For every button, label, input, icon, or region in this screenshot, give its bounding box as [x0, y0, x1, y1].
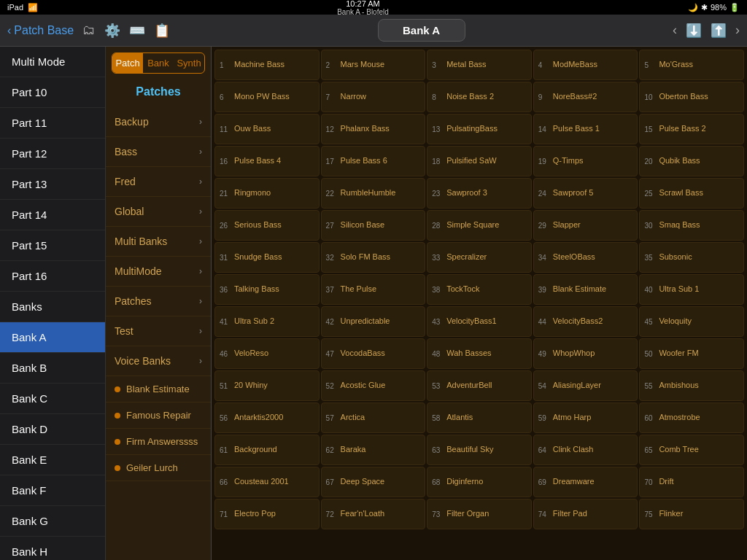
keyboard-icon[interactable]: ⌨️: [129, 23, 145, 39]
middle-item-voice-banks[interactable]: Voice Banks›: [106, 346, 211, 376]
patch-cell-58[interactable]: 58Atlantis: [427, 402, 532, 433]
patch-cell-34[interactable]: 34SteelOBass: [533, 242, 638, 273]
patch-cell-51[interactable]: 5120 Whiny: [214, 370, 320, 401]
patch-cell-19[interactable]: 19Q-Timps: [533, 146, 638, 176]
patch-cell-54[interactable]: 54AliasingLayer: [533, 370, 638, 401]
sidebar-item-multi-mode[interactable]: Multi Mode: [0, 47, 105, 77]
patch-cell-63[interactable]: 63Beautiful Sky: [427, 435, 532, 465]
sidebar-item-bank-b[interactable]: Bank B: [0, 353, 105, 384]
sidebar-item-part-14[interactable]: Part 14: [0, 200, 105, 230]
patch-cell-69[interactable]: 69Dreamware: [533, 467, 638, 497]
patch-cell-50[interactable]: 50Woofer FM: [639, 338, 744, 369]
sidebar-item-bank-a[interactable]: Bank A: [0, 322, 105, 353]
settings-icon[interactable]: ⚙️: [104, 23, 120, 39]
patch-cell-7[interactable]: 7Narrow: [321, 82, 426, 112]
patch-cell-24[interactable]: 24Sawproof 5: [533, 178, 638, 209]
sidebar-item-part-16[interactable]: Part 16: [0, 261, 105, 292]
bank-selector[interactable]: Bank A: [378, 19, 465, 42]
patch-cell-44[interactable]: 44VelocityBass2: [533, 306, 638, 337]
patch-cell-36[interactable]: 36Talking Bass: [214, 274, 320, 305]
patch-cell-71[interactable]: 71Electro Pop: [214, 499, 320, 529]
patch-cell-38[interactable]: 38TockTock: [427, 274, 532, 305]
segment-synth[interactable]: Synth: [174, 53, 204, 73]
patch-cell-11[interactable]: 11Ouw Bass: [214, 114, 320, 144]
patch-cell-65[interactable]: 65Comb Tree: [639, 435, 744, 465]
segment-patch[interactable]: Patch: [112, 53, 143, 73]
patch-cell-16[interactable]: 16Pulse Bass 4: [214, 146, 320, 176]
patch-cell-59[interactable]: 59Atmo Harp: [533, 402, 638, 433]
patch-cell-20[interactable]: 20Qubik Bass: [639, 146, 744, 176]
patch-cell-2[interactable]: 2Mars Mouse: [321, 50, 426, 80]
patch-cell-30[interactable]: 30Smaq Bass: [639, 210, 744, 241]
patch-cell-43[interactable]: 43VelocityBass1: [427, 306, 532, 337]
dot-item-famous-repair[interactable]: Famous Repair: [106, 402, 211, 429]
middle-item-global[interactable]: Global›: [106, 197, 211, 227]
patch-cell-14[interactable]: 14Pulse Bass 1: [533, 114, 638, 144]
sidebar-item-banks[interactable]: Banks: [0, 292, 105, 322]
middle-item-test[interactable]: Test›: [106, 316, 211, 346]
patch-cell-10[interactable]: 10Oberton Bass: [639, 82, 744, 112]
patch-cell-32[interactable]: 32Solo FM Bass: [321, 242, 426, 273]
next-bank-button[interactable]: ›: [735, 23, 740, 38]
patch-cell-12[interactable]: 12Phalanx Bass: [321, 114, 426, 144]
patch-cell-40[interactable]: 40Ultra Sub 1: [639, 274, 744, 305]
sidebar-item-bank-d[interactable]: Bank D: [0, 414, 105, 445]
patch-cell-28[interactable]: 28Simple Square: [427, 210, 532, 241]
patch-cell-25[interactable]: 25Scrawl Bass: [639, 178, 744, 209]
middle-item-patches[interactable]: Patches›: [106, 287, 211, 316]
download-icon[interactable]: ⬇️: [686, 23, 702, 39]
sidebar-item-bank-f[interactable]: Bank F: [0, 475, 105, 506]
patch-cell-68[interactable]: 68Diginferno: [427, 467, 532, 497]
sidebar-item-part-10[interactable]: Part 10: [0, 77, 105, 108]
patch-cell-60[interactable]: 60Atmostrobe: [639, 402, 744, 433]
patch-cell-4[interactable]: 4ModMeBass: [533, 50, 638, 80]
patch-cell-17[interactable]: 17Pulse Bass 6: [321, 146, 426, 176]
middle-item-multi-banks[interactable]: Multi Banks›: [106, 227, 211, 257]
patch-cell-49[interactable]: 49WhopWhop: [533, 338, 638, 369]
patch-cell-41[interactable]: 41Ultra Sub 2: [214, 306, 320, 337]
patch-cell-47[interactable]: 47VocodaBass: [321, 338, 426, 369]
middle-item-backup[interactable]: Backup›: [106, 107, 211, 137]
patch-cell-8[interactable]: 8Noise Bass 2: [427, 82, 532, 112]
patch-cell-56[interactable]: 56Antarktis2000: [214, 402, 320, 433]
patch-cell-33[interactable]: 33Specralizer: [427, 242, 532, 273]
patch-cell-73[interactable]: 73Filter Organ: [427, 499, 532, 529]
patch-cell-26[interactable]: 26Serious Bass: [214, 210, 320, 241]
patch-cell-3[interactable]: 3Metal Bass: [427, 50, 532, 80]
dot-item-blank-estimate[interactable]: Blank Estimate: [106, 376, 211, 402]
patch-cell-27[interactable]: 27Silicon Base: [321, 210, 426, 241]
dot-item-firm-answerssss[interactable]: Firm Answerssss: [106, 429, 211, 455]
sidebar-item-part-15[interactable]: Part 15: [0, 230, 105, 261]
patch-cell-55[interactable]: 55Ambishous: [639, 370, 744, 401]
sidebar-item-part-11[interactable]: Part 11: [0, 108, 105, 139]
sidebar-item-part-13[interactable]: Part 13: [0, 169, 105, 200]
back-button[interactable]: ‹ Patch Base: [7, 24, 74, 37]
patch-cell-6[interactable]: 6Mono PW Bass: [214, 82, 320, 112]
patch-cell-21[interactable]: 21Ringmono: [214, 178, 320, 209]
patch-cell-75[interactable]: 75Flinker: [639, 499, 744, 529]
sidebar-item-bank-c[interactable]: Bank C: [0, 384, 105, 414]
prev-bank-button[interactable]: ‹: [673, 23, 677, 38]
sidebar-item-bank-g[interactable]: Bank G: [0, 506, 105, 537]
patch-cell-53[interactable]: 53AdventurBell: [427, 370, 532, 401]
patch-cell-23[interactable]: 23Sawproof 3: [427, 178, 532, 209]
patch-cell-62[interactable]: 62Baraka: [321, 435, 426, 465]
share-icon[interactable]: ⬆️: [711, 23, 727, 39]
patch-cell-52[interactable]: 52Acostic Glue: [321, 370, 426, 401]
patch-cell-5[interactable]: 5Mo'Grass: [639, 50, 744, 80]
folder-icon[interactable]: 🗂: [82, 23, 96, 38]
patch-cell-35[interactable]: 35Subsonic: [639, 242, 744, 273]
patch-cell-46[interactable]: 46VeloReso: [214, 338, 320, 369]
middle-item-multimode[interactable]: MultiMode›: [106, 257, 211, 287]
patch-cell-66[interactable]: 66Cousteau 2001: [214, 467, 320, 497]
patch-cell-29[interactable]: 29Slapper: [533, 210, 638, 241]
patch-cell-64[interactable]: 64Clink Clash: [533, 435, 638, 465]
patch-cell-42[interactable]: 42Unpredictable: [321, 306, 426, 337]
patch-cell-74[interactable]: 74Filter Pad: [533, 499, 638, 529]
middle-item-bass[interactable]: Bass›: [106, 137, 211, 167]
patch-cell-39[interactable]: 39Blank Estimate: [533, 274, 638, 305]
sidebar-item-bank-e[interactable]: Bank E: [0, 445, 105, 475]
middle-item-fred[interactable]: Fred›: [106, 167, 211, 197]
patch-cell-48[interactable]: 48Wah Basses: [427, 338, 532, 369]
patch-cell-61[interactable]: 61Background: [214, 435, 320, 465]
